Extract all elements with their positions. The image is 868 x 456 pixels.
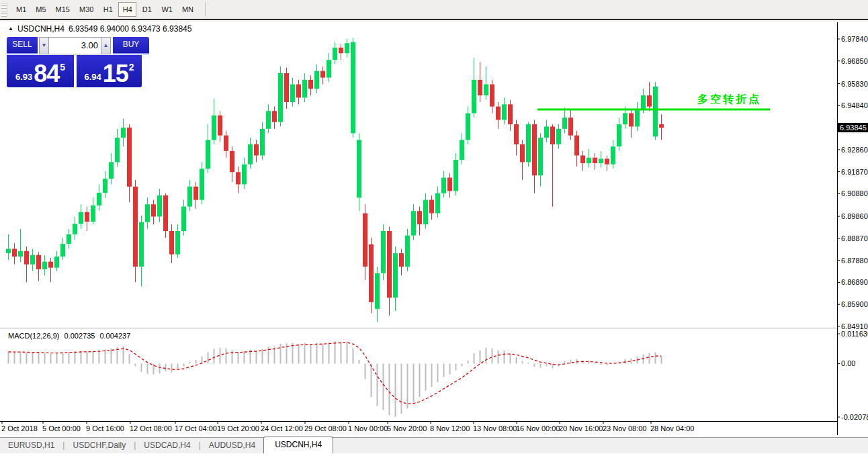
timeframe-m30[interactable]: M30 bbox=[75, 2, 97, 17]
svg-text:16 Nov 00:00: 16 Nov 00:00 bbox=[516, 424, 560, 432]
svg-text:19 Oct 20:00: 19 Oct 20:00 bbox=[217, 424, 259, 432]
chart-title: ▲ USDCNH,H4 6.93549 6.94000 6.93473 6.93… bbox=[8, 24, 191, 34]
svg-text:5 Nov 20:00: 5 Nov 20:00 bbox=[387, 424, 427, 432]
timeframe-m5[interactable]: M5 bbox=[32, 2, 50, 17]
bid-price-point: 5 bbox=[60, 62, 65, 73]
svg-text:8 Nov 12:00: 8 Nov 12:00 bbox=[430, 424, 470, 432]
svg-text:1 Nov 00:00: 1 Nov 00:00 bbox=[348, 424, 388, 432]
tab-audusd-h4[interactable]: AUDUSD,H4 bbox=[201, 438, 263, 453]
svg-text:2 Oct 2018: 2 Oct 2018 bbox=[1, 424, 38, 432]
svg-text:-0.020788: -0.020788 bbox=[841, 413, 868, 421]
svg-text:6.90880: 6.90880 bbox=[841, 189, 868, 197]
buy-button[interactable]: BUY bbox=[113, 37, 149, 54]
svg-text:0.011636: 0.011636 bbox=[841, 330, 868, 338]
svg-text:6.97840: 6.97840 bbox=[841, 35, 868, 43]
svg-text:29 Oct 08:00: 29 Oct 08:00 bbox=[304, 424, 347, 432]
timeframe-toolbar: M1 M5 M15 M30 H1 H4 D1 W1 MN bbox=[0, 0, 868, 20]
macd-name: MACD(12,26,9) bbox=[8, 332, 59, 340]
tab-usdcad-h4[interactable]: USDCAD,H4 bbox=[136, 438, 198, 453]
tab-usdchf-daily[interactable]: USDCHF,Daily bbox=[64, 438, 134, 453]
svg-text:6.87880: 6.87880 bbox=[841, 257, 868, 265]
svg-text:12 Oct 08:00: 12 Oct 08:00 bbox=[130, 424, 172, 432]
timeframe-mn[interactable]: MN bbox=[178, 2, 198, 17]
timeframe-m15[interactable]: M15 bbox=[52, 2, 74, 17]
svg-text:5 Oct 00:00: 5 Oct 00:00 bbox=[42, 424, 81, 432]
ask-price-pips: 15 bbox=[103, 63, 128, 85]
svg-text:13 Nov 08:00: 13 Nov 08:00 bbox=[473, 424, 517, 432]
svg-text:6.86890: 6.86890 bbox=[841, 278, 868, 286]
bid-price-pips: 84 bbox=[34, 63, 59, 85]
svg-text:24 Oct 12:00: 24 Oct 12:00 bbox=[261, 424, 303, 432]
macd-signal-value: 0.004237 bbox=[99, 332, 130, 340]
svg-text:20 Nov 16:00: 20 Nov 16:00 bbox=[559, 424, 603, 432]
svg-text:6.96850: 6.96850 bbox=[841, 57, 868, 65]
ask-quote-button[interactable]: 6.94 15 2 bbox=[77, 55, 142, 87]
ask-price-point: 2 bbox=[129, 62, 134, 73]
symbol-period-label: USDCNH,H4 bbox=[17, 24, 64, 34]
timeframe-h4[interactable]: H4 bbox=[118, 2, 136, 17]
bid-quote-button[interactable]: 6.93 84 5 bbox=[7, 55, 74, 87]
collapse-icon[interactable]: ▲ bbox=[8, 26, 13, 32]
timeframe-h1[interactable]: H1 bbox=[99, 2, 117, 17]
svg-text:0.00: 0.00 bbox=[841, 359, 855, 367]
svg-text:28 Nov 04:00: 28 Nov 04:00 bbox=[650, 424, 694, 432]
toolbar-separator bbox=[205, 2, 206, 17]
svg-text:6.91870: 6.91870 bbox=[841, 168, 868, 176]
current-price-badge: 6.93845 bbox=[838, 123, 868, 132]
svg-text:6.92860: 6.92860 bbox=[841, 146, 868, 154]
volume-input[interactable]: 3.00 bbox=[49, 37, 101, 54]
svg-text:9 Oct 16:00: 9 Oct 16:00 bbox=[86, 424, 124, 432]
svg-text:6.94840: 6.94840 bbox=[841, 101, 868, 109]
ask-price-prefix: 6.94 bbox=[84, 72, 101, 82]
ohlc-values: 6.93549 6.94000 6.93473 6.93845 bbox=[69, 24, 192, 34]
svg-text:23 Nov 08:00: 23 Nov 08:00 bbox=[603, 424, 646, 432]
svg-text:6.89860: 6.89860 bbox=[841, 212, 868, 220]
svg-text:多空转折点: 多空转折点 bbox=[697, 93, 761, 105]
chart-tab-bar: EURUSD,H1 | USDCHF,Daily | USDCAD,H4 | A… bbox=[0, 437, 868, 453]
timeframe-d1[interactable]: D1 bbox=[138, 2, 156, 17]
macd-main-value: 0.002735 bbox=[64, 332, 95, 340]
mt4-window: M1 M5 M15 M30 H1 H4 D1 W1 MN 多空转折点6.9784… bbox=[0, 0, 868, 456]
one-click-trading-panel: SELL ▼ 3.00 ▲ BUY 6.93 84 5 6.94 15 2 bbox=[7, 37, 154, 87]
svg-text:6.95830: 6.95830 bbox=[841, 80, 868, 88]
svg-text:6.88870: 6.88870 bbox=[841, 234, 868, 242]
timeframe-m1[interactable]: M1 bbox=[12, 2, 30, 17]
volume-decrease-button[interactable]: ▼ bbox=[39, 37, 49, 54]
volume-increase-button[interactable]: ▲ bbox=[101, 37, 111, 54]
tab-usdcnh-h4-active[interactable]: USDCNH,H4 bbox=[263, 437, 333, 453]
svg-text:17 Oct 04:00: 17 Oct 04:00 bbox=[175, 424, 217, 432]
toolbar-grip-handle[interactable] bbox=[1, 2, 7, 17]
bid-price-prefix: 6.93 bbox=[15, 72, 32, 82]
sell-button[interactable]: SELL bbox=[7, 37, 38, 54]
timeframe-w1[interactable]: W1 bbox=[157, 2, 177, 17]
svg-text:6.85900: 6.85900 bbox=[841, 300, 868, 308]
tab-eurusd-h1[interactable]: EURUSD,H1 bbox=[0, 438, 62, 453]
macd-indicator-label: MACD(12,26,9) 0.002735 0.004237 bbox=[8, 332, 133, 340]
